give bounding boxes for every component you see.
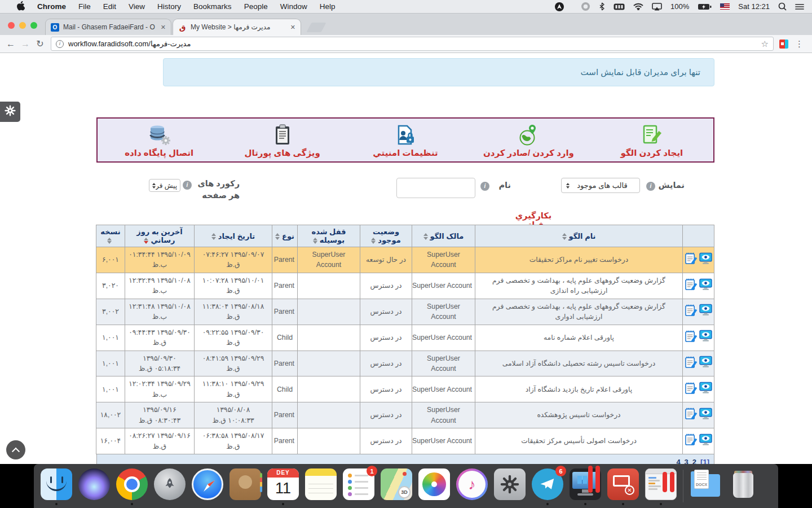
preview-icon[interactable] — [699, 408, 712, 423]
back-button[interactable]: ← — [3, 39, 18, 49]
portal-features-icon — [224, 122, 340, 146]
menu-bar-clock[interactable]: Sat 12:21 — [738, 2, 770, 11]
dock-contacts-icon[interactable] — [230, 468, 261, 500]
bluetooth-icon[interactable] — [599, 2, 605, 11]
dock-windows-vm-icon[interactable] — [570, 468, 601, 500]
settings-side-widget[interactable] — [0, 102, 20, 122]
url-text[interactable]: workflow.faradidsoft.com/مديرت-فرمها — [68, 40, 757, 48]
portal-features-button[interactable]: ویژگی های پورتال — [224, 122, 340, 158]
chevron-up-icon — [12, 448, 20, 456]
dock-safari-icon[interactable] — [192, 468, 223, 500]
dock-maps-icon[interactable]: 3D — [381, 468, 412, 500]
us-flag-icon[interactable] — [720, 3, 730, 10]
tab-mail[interactable]: O Mail - Ghasem FadaeiFard - O ✕ — [45, 19, 171, 35]
apple-menu-icon[interactable] — [17, 1, 25, 12]
dock-ide-window-icon[interactable] — [645, 468, 677, 500]
chrome-menu-icon[interactable]: ⋮ — [795, 39, 804, 49]
type-column-header[interactable]: نوع — [272, 225, 298, 247]
dock-telegram-icon[interactable]: 6 — [532, 468, 563, 500]
reload-button[interactable]: ↻ — [33, 38, 47, 49]
edit-icon[interactable] — [685, 407, 698, 423]
import-export-button[interactable]: وارد کردن /صادر کردن — [471, 122, 586, 158]
creative-cloud-icon[interactable] — [581, 2, 590, 11]
outlook-favicon: O — [51, 23, 59, 32]
edit-icon[interactable] — [685, 382, 698, 397]
edit-icon[interactable] — [685, 433, 698, 449]
dock-launchpad-icon[interactable] — [154, 468, 186, 500]
sort-icon — [107, 238, 112, 244]
page-link-4[interactable]: 4 — [676, 458, 680, 464]
per-page-select[interactable]: پیش فر — [149, 179, 180, 192]
wifi-icon[interactable] — [633, 3, 643, 10]
tab-close-icon[interactable]: ✕ — [161, 24, 166, 31]
preview-icon[interactable] — [699, 252, 712, 268]
bookmark-star-icon[interactable]: ☆ — [761, 39, 769, 49]
tab-close-icon[interactable]: ✕ — [290, 24, 295, 31]
menu-app-name[interactable]: Chrome — [37, 2, 66, 11]
dock-documents-folder-icon[interactable]: DOCX — [690, 468, 721, 500]
telegram-badge: 6 — [555, 466, 566, 476]
name-filter-input[interactable] — [396, 178, 475, 198]
menu-help[interactable]: Help — [320, 2, 336, 11]
keyboard-battery-icon[interactable] — [614, 3, 625, 10]
dock-notes-icon[interactable] — [305, 468, 337, 500]
dock-calendar-icon[interactable]: DEY11 — [267, 468, 299, 500]
spotlight-icon[interactable] — [778, 2, 787, 11]
page-link-2[interactable]: 2 — [692, 458, 696, 464]
dock-remote-desktop-icon[interactable]: ✕ — [607, 468, 639, 500]
menu-edit[interactable]: Edit — [103, 2, 116, 11]
dock-photos-icon[interactable] — [418, 468, 450, 500]
battery-icon[interactable] — [698, 3, 712, 10]
preview-icon[interactable] — [699, 278, 712, 294]
edit-icon[interactable] — [685, 278, 698, 294]
forward-button[interactable]: → — [18, 39, 33, 49]
dock-itunes-icon[interactable]: ♪ — [456, 468, 488, 500]
page-info-icon[interactable]: i — [56, 40, 64, 48]
dock-trash-icon[interactable] — [727, 468, 759, 500]
create-template-button[interactable]: ایجاد کردن الگو — [594, 122, 709, 158]
dock-finder-icon[interactable] — [41, 468, 72, 500]
zoom-window-button[interactable] — [30, 22, 37, 29]
dock-reminders-icon[interactable]: 1 — [343, 468, 374, 500]
created-column-header[interactable]: تاریخ ایجاد — [195, 225, 272, 247]
security-settings-button[interactable]: تنظیمات امنيتي — [348, 122, 464, 158]
name-column-header[interactable]: نام الگو — [475, 225, 683, 247]
locked-column-header[interactable]: قفل شده بوسیله — [298, 225, 360, 247]
edit-icon[interactable] — [685, 330, 698, 345]
updated-column-header[interactable]: آخرین به روز رساني — [125, 225, 195, 247]
location-arrow-icon[interactable] — [555, 2, 564, 11]
menu-history[interactable]: History — [157, 2, 181, 11]
preview-icon[interactable] — [699, 382, 712, 397]
page-link-3[interactable]: 3 — [685, 458, 689, 464]
dock-siri-icon[interactable] — [78, 468, 110, 500]
table-row: درخواست اصولی تأسیس مرکز تحقیقات SuperUs… — [96, 428, 714, 454]
edit-icon[interactable] — [685, 304, 698, 319]
notification-center-icon[interactable] — [795, 3, 804, 10]
menu-window[interactable]: Window — [280, 2, 307, 11]
preview-icon[interactable] — [699, 433, 712, 449]
close-window-button[interactable] — [8, 22, 15, 29]
extension-icon[interactable] — [779, 40, 788, 49]
dock-chrome-icon[interactable] — [116, 468, 148, 500]
show-filter-select[interactable]: قالب های موجود — [561, 178, 640, 193]
preview-icon[interactable] — [699, 330, 712, 345]
menu-view[interactable]: View — [129, 2, 145, 11]
dock-system-preferences-icon[interactable] — [494, 468, 526, 500]
preview-icon[interactable] — [699, 356, 712, 371]
menu-bookmarks[interactable]: Bookmarks — [193, 2, 232, 11]
new-tab-button[interactable] — [306, 23, 326, 32]
database-connection-button[interactable]: اتصال پایگاه داده — [102, 122, 217, 158]
scroll-to-top-button[interactable] — [6, 440, 25, 459]
edit-icon[interactable] — [685, 356, 698, 371]
preview-icon[interactable] — [699, 304, 712, 319]
menu-file[interactable]: File — [78, 2, 91, 11]
status-column-header[interactable]: وضعیت موجود — [360, 225, 412, 247]
version-column-header[interactable]: نسخه — [96, 225, 125, 247]
edit-icon[interactable] — [685, 252, 698, 268]
minimize-window-button[interactable] — [19, 22, 26, 29]
owner-column-header[interactable]: مالک الگو — [412, 225, 475, 247]
tab-my-website[interactable]: ق My Website > مديرت فرمها ✕ — [173, 19, 301, 35]
menu-people[interactable]: People — [244, 2, 268, 11]
airplay-icon[interactable] — [652, 3, 662, 11]
address-bar[interactable]: i workflow.faradidsoft.com/مديرت-فرمها ☆ — [51, 37, 774, 51]
